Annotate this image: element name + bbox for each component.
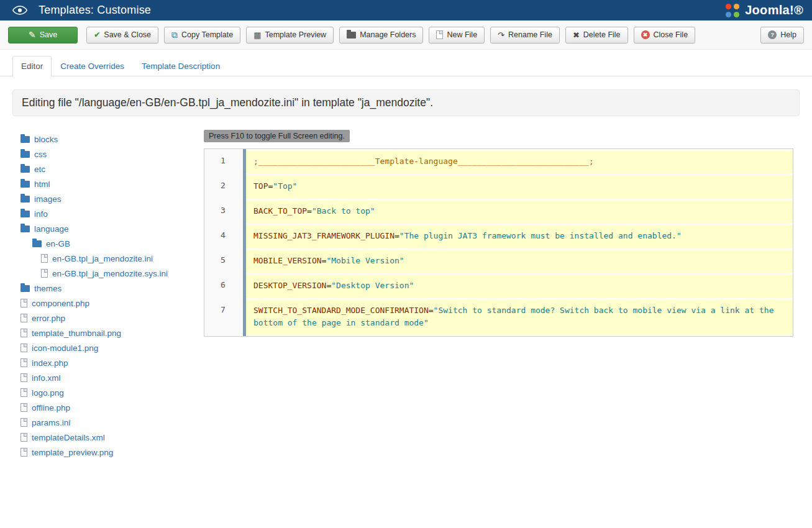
token-key: MISSING_JAT3_FRAMEWORK_PLUGIN: [253, 231, 395, 240]
template-preview-icon: ▦: [253, 31, 261, 39]
tab-create-overrides[interactable]: Create Overrides: [52, 56, 133, 76]
save-close-button[interactable]: ✔Save & Close: [86, 27, 158, 43]
button-label: Manage Folders: [360, 30, 416, 39]
tree-item-label: templateDetails.xml: [32, 433, 105, 442]
tab-template-description[interactable]: Template Description: [133, 56, 229, 76]
folder-icon: [21, 166, 30, 173]
tree-item-label: icon-module1.png: [32, 344, 98, 353]
tree-item-label: info.xml: [32, 373, 61, 383]
tree-item-label: en-GB: [46, 239, 70, 248]
folder-icon: [21, 196, 30, 203]
save-button[interactable]: ✎Save: [8, 27, 78, 43]
file-icon: [21, 344, 27, 352]
tree-item-file[interactable]: error.php: [19, 311, 204, 325]
tree-item-folder[interactable]: en-GB: [19, 236, 204, 251]
token-key: SWITCH_TO_STANDARD_MODE_CONFIRMATION: [253, 306, 429, 315]
tree-item-label: etc: [34, 165, 45, 174]
editor-row: 6DESKTOP_VERSION="Desktop Version": [204, 275, 793, 298]
editing-file-notice: Editing file "/language/en-GB/en-GB.tpl_…: [12, 89, 800, 116]
file-icon: [21, 329, 27, 337]
line-number: 1: [204, 150, 246, 173]
tree-item-file[interactable]: offline.php: [19, 400, 204, 415]
file-icon: [21, 358, 27, 367]
tree-item-label: error.php: [32, 314, 65, 323]
toolbar: ✎Save✔Save & Close⧉Copy Template▦Templat…: [0, 20, 812, 50]
editor-column: Press F10 to toggle Full Screen editing.…: [204, 130, 793, 337]
tree-item-file[interactable]: templateDetails.xml: [19, 430, 204, 445]
tree-item-file[interactable]: logo.png: [19, 385, 204, 400]
code-line[interactable]: MOBILE_VERSION="Mobile Version": [246, 250, 793, 273]
code-line[interactable]: ;________________________Template-langua…: [246, 150, 793, 173]
rename-file-button[interactable]: ↷Rename File: [490, 27, 560, 43]
line-number: 7: [204, 299, 246, 335]
editor-row: 7SWITCH_TO_STANDARD_MODE_CONFIRMATION="S…: [204, 299, 793, 335]
tree-item-file[interactable]: icon-module1.png: [19, 340, 204, 355]
code-line[interactable]: SWITCH_TO_STANDARD_MODE_CONFIRMATION="Sw…: [246, 299, 793, 335]
tree-item-label: blocks: [34, 135, 58, 144]
folder-icon: [21, 181, 30, 188]
tree-item-label: html: [34, 180, 50, 189]
copy-template-button[interactable]: ⧉Copy Template: [164, 27, 240, 43]
delete-file-icon: ✖: [573, 31, 580, 39]
tree-item-folder[interactable]: themes: [19, 281, 204, 296]
help-button-label: Help: [780, 30, 796, 39]
tree-item-file[interactable]: template_thumbnail.png: [19, 325, 204, 340]
help-icon: ?: [768, 30, 777, 39]
tree-item-folder[interactable]: images: [19, 191, 204, 206]
tree-item-file[interactable]: en-GB.tpl_ja_mendozite.sys.ini: [19, 266, 204, 281]
file-tree: blockscssetchtmlimagesinfolanguageen-GBe…: [19, 130, 204, 460]
file-icon: [21, 433, 27, 442]
button-label: Copy Template: [181, 30, 233, 39]
help-button[interactable]: ? Help: [760, 27, 804, 43]
code-line[interactable]: DESKTOP_VERSION="Desktop Version": [246, 275, 793, 298]
token-str: "Mobile Version": [326, 256, 404, 265]
tree-item-label: logo.png: [32, 388, 64, 398]
editor-row: 5MOBILE_VERSION="Mobile Version": [204, 250, 793, 273]
top-header: Templates: Customise Joomla!®: [0, 0, 812, 20]
tree-item-folder[interactable]: html: [19, 176, 204, 191]
tree-item-folder[interactable]: css: [19, 147, 204, 162]
tree-item-file[interactable]: en-GB.tpl_ja_mendozite.ini: [19, 251, 204, 266]
tree-item-label: index.php: [32, 358, 68, 368]
folder-icon: [21, 136, 30, 143]
button-label: Template Preview: [265, 30, 326, 39]
file-icon: [41, 269, 48, 278]
manage-folders-icon: [347, 32, 356, 39]
eye-icon: [12, 6, 27, 15]
delete-file-button[interactable]: ✖Delete File: [565, 27, 628, 43]
tree-item-folder[interactable]: language: [19, 221, 204, 236]
manage-folders-button[interactable]: Manage Folders: [339, 27, 423, 43]
code-line[interactable]: BACK_TO_TOP="Back to top": [246, 200, 793, 223]
line-number: 3: [204, 200, 246, 223]
button-label: Delete File: [583, 30, 621, 39]
file-icon: [21, 314, 27, 322]
code-line[interactable]: MISSING_JAT3_FRAMEWORK_PLUGIN="The plugi…: [246, 225, 793, 248]
tree-item-file[interactable]: template_preview.png: [19, 445, 204, 460]
button-label: Close File: [654, 30, 688, 39]
token-str: "Desktop Version": [331, 281, 414, 290]
tree-item-label: css: [34, 150, 47, 159]
code-line[interactable]: TOP="Top": [246, 175, 793, 198]
button-label: Save: [40, 30, 58, 39]
button-label: Rename File: [508, 30, 552, 39]
editor-row: 2TOP="Top": [204, 175, 793, 198]
tree-item-folder[interactable]: info: [19, 206, 204, 221]
tree-item-label: images: [34, 194, 62, 204]
tree-item-file[interactable]: info.xml: [19, 370, 204, 385]
file-icon: [21, 373, 27, 382]
template-preview-button[interactable]: ▦Template Preview: [246, 27, 334, 43]
new-file-button[interactable]: New File: [429, 27, 485, 43]
button-label: Save & Close: [104, 30, 151, 39]
code-editor: 1;________________________Template-langu…: [204, 148, 793, 337]
tab-editor[interactable]: Editor: [12, 56, 52, 76]
close-file-button[interactable]: ✖Close File: [634, 27, 696, 43]
tree-item-file[interactable]: index.php: [19, 355, 204, 370]
tree-item-file[interactable]: params.ini: [19, 415, 204, 430]
tree-item-folder[interactable]: etc: [19, 162, 204, 176]
tree-item-label: info: [34, 209, 48, 219]
folder-icon: [21, 211, 30, 217]
new-file-icon: [436, 30, 443, 39]
token-str: "The plugin JAT3 framework must be insta…: [399, 231, 682, 240]
tree-item-folder[interactable]: blocks: [19, 132, 204, 147]
tree-item-file[interactable]: component.php: [19, 296, 204, 311]
